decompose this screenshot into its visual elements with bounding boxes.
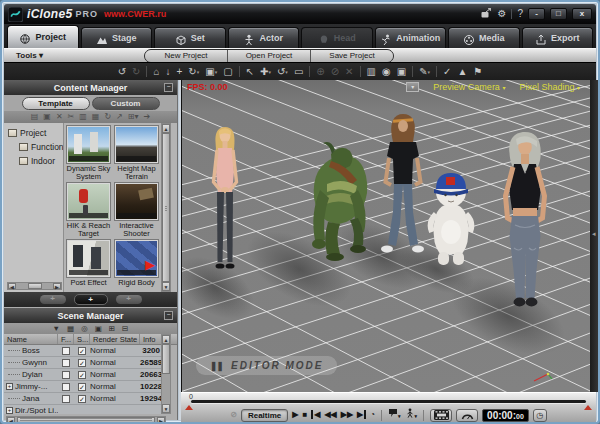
viewport-3d[interactable]: FPS: 0.00 ▾ Preview Camera ▾ Pixel Shadi… bbox=[181, 80, 590, 392]
character-toon-baby-blue-cap[interactable] bbox=[426, 166, 476, 270]
flag-marker-icon[interactable]: ⚑ bbox=[473, 66, 482, 78]
show-checkbox[interactable]: ✓ bbox=[78, 347, 86, 355]
tools-menu[interactable]: Tools ▾ bbox=[16, 51, 43, 60]
scroll-left-arrow[interactable]: ◀ bbox=[8, 283, 16, 289]
last-frame-button[interactable]: ▶ bbox=[357, 409, 366, 421]
rotate-tool-icon[interactable]: ↺▾ bbox=[277, 66, 288, 78]
maximize-button[interactable]: □ bbox=[550, 8, 567, 20]
column-header-f[interactable]: F... bbox=[58, 334, 74, 344]
template-thumbnail[interactable] bbox=[66, 125, 111, 164]
speech-bubble-icon[interactable]: ▾ bbox=[388, 408, 401, 422]
tree-item-function[interactable]: Function bbox=[4, 140, 63, 154]
focus-view-icon[interactable]: ▣ bbox=[397, 66, 406, 78]
apply-previous-button[interactable]: + bbox=[40, 295, 66, 304]
tab-stage[interactable]: Stage bbox=[81, 27, 153, 48]
detach-tool-icon[interactable]: ✕ bbox=[345, 66, 353, 78]
tab-animation[interactable]: Animation bbox=[375, 27, 447, 48]
view-mode-icon[interactable]: ⊞▾ bbox=[128, 112, 139, 122]
right-panel-splitter[interactable]: ◂ bbox=[590, 80, 600, 392]
marquee-select-icon[interactable]: ▢ bbox=[223, 66, 232, 78]
scene-v-scrollbar[interactable]: ▲ ▼ bbox=[161, 334, 171, 414]
template-thumbnail[interactable] bbox=[114, 182, 159, 221]
scene-row-gwynn[interactable]: Gwynn✓Normal26589 bbox=[4, 357, 162, 369]
open-project-button[interactable]: Open Project bbox=[228, 50, 311, 62]
scroll-thumb[interactable] bbox=[162, 133, 170, 282]
export-content-icon[interactable]: ➔ bbox=[144, 112, 151, 122]
stop-button[interactable]: ■ bbox=[302, 409, 307, 421]
snap-check-icon[interactable]: ✓ bbox=[443, 66, 451, 78]
template-thumbnail[interactable] bbox=[66, 239, 111, 278]
tree-item-indoor[interactable]: Indoor bbox=[4, 154, 63, 168]
apply-content-button[interactable]: + bbox=[74, 294, 108, 305]
pick-tool-icon[interactable]: ↖ bbox=[246, 66, 254, 78]
scene-manager-header[interactable]: Scene Manager − bbox=[4, 308, 177, 323]
redo-icon[interactable]: ↻ bbox=[132, 66, 140, 78]
show-checkbox[interactable]: ✓ bbox=[78, 383, 86, 391]
camera-view-icon[interactable]: ◉ bbox=[382, 66, 391, 78]
tab-set[interactable]: Set bbox=[154, 27, 226, 48]
expand-toggle[interactable]: + bbox=[6, 407, 13, 414]
shading-selector[interactable]: Pixel Shading ▾ bbox=[519, 82, 580, 92]
paste-icon[interactable]: ▦ bbox=[92, 112, 100, 122]
freeze-checkbox[interactable] bbox=[62, 371, 70, 379]
tree-item-project[interactable]: Project bbox=[4, 126, 63, 140]
tab-export[interactable]: Export bbox=[522, 27, 594, 48]
content-manager-header[interactable]: Content Manager − bbox=[4, 80, 177, 95]
show-checkbox[interactable]: ✓ bbox=[78, 359, 86, 367]
camera-selector[interactable]: Preview Camera ▾ bbox=[433, 82, 505, 92]
launchpad-icon[interactable] bbox=[480, 7, 492, 21]
link-tool-icon[interactable]: ⊕ bbox=[316, 66, 324, 78]
new-folder-icon[interactable]: ▤ bbox=[31, 112, 39, 122]
clock-toggle-button[interactable]: ◷ bbox=[533, 409, 547, 422]
performance-gauge-button[interactable] bbox=[456, 409, 478, 422]
scroll-down-arrow[interactable]: ▼ bbox=[162, 282, 170, 291]
column-header-s[interactable]: S... bbox=[74, 334, 90, 344]
delete-item-icon[interactable]: ▣ bbox=[43, 112, 51, 122]
scroll-thumb[interactable] bbox=[162, 344, 170, 374]
scale-tool-icon[interactable]: ▭ bbox=[294, 66, 303, 78]
freeze-checkbox[interactable] bbox=[62, 347, 70, 355]
template-item[interactable]: Dynamic Sky System bbox=[66, 125, 111, 181]
scene-row-jimmy[interactable]: +Jimmy-...✓Normal10228 bbox=[4, 381, 162, 393]
render-movie-button[interactable] bbox=[430, 409, 452, 422]
column-header-render-state[interactable]: Render State bbox=[90, 334, 140, 344]
scene-row-boss[interactable]: Boss✓Normal3200 bbox=[4, 345, 162, 357]
move-tool-icon[interactable]: ✚▾ bbox=[260, 66, 271, 78]
show-checkbox[interactable]: ✓ bbox=[78, 395, 86, 403]
scroll-thumb[interactable] bbox=[17, 417, 155, 423]
scene-row-dylan[interactable]: Dylan✓Normal20663 bbox=[4, 369, 162, 381]
search-icon[interactable]: ◎ bbox=[81, 324, 88, 333]
template-item[interactable]: Height Map Terrain bbox=[114, 125, 159, 181]
freeze-checkbox[interactable] bbox=[62, 395, 70, 403]
save-project-button[interactable]: Save Project bbox=[311, 50, 393, 62]
minimize-button[interactable]: - bbox=[528, 8, 545, 20]
scroll-left-arrow[interactable]: ◀ bbox=[7, 417, 15, 423]
prop-filter-icon[interactable]: ▣ bbox=[95, 324, 102, 333]
tab-project[interactable]: Project bbox=[7, 25, 79, 48]
content-manager-collapse-button[interactable]: − bbox=[164, 83, 173, 92]
brush-tool-icon[interactable]: ✎▾ bbox=[419, 66, 430, 78]
help-button[interactable]: ? bbox=[517, 9, 523, 19]
scene-row-jana[interactable]: Jana✓Normal19294 bbox=[4, 393, 162, 405]
home-view-icon[interactable]: ⌂ bbox=[153, 66, 159, 78]
move-to-origin-icon[interactable]: + bbox=[177, 66, 183, 78]
cut-icon[interactable]: ✂ bbox=[68, 112, 75, 122]
share-content-icon[interactable]: ↗ bbox=[116, 112, 123, 122]
expand-toggle[interactable]: + bbox=[6, 383, 13, 390]
rename-item-icon[interactable]: ✕ bbox=[56, 112, 63, 122]
tab-actor[interactable]: Actor bbox=[228, 27, 300, 48]
show-checkbox[interactable]: ✓ bbox=[78, 371, 86, 379]
motion-person-icon[interactable]: ▾ bbox=[405, 408, 418, 422]
avatar-filter-icon[interactable]: ▦ bbox=[67, 324, 74, 333]
rotate-reset-icon[interactable]: ↻▾ bbox=[188, 66, 199, 78]
content-scrollbar[interactable]: ▲ ▼ bbox=[161, 123, 171, 292]
scroll-up-arrow[interactable]: ▲ bbox=[162, 124, 170, 133]
content-tab-custom[interactable]: Custom bbox=[92, 97, 160, 110]
import-content-icon[interactable]: ↓ bbox=[166, 66, 171, 78]
rewind-button[interactable]: ◀◀ bbox=[324, 409, 336, 421]
first-frame-button[interactable]: ◀ bbox=[311, 409, 320, 421]
character-green-ogre[interactable] bbox=[294, 136, 378, 268]
unlink-tool-icon[interactable]: ⊘ bbox=[331, 66, 339, 78]
template-item[interactable]: Post Effect bbox=[66, 239, 111, 294]
scroll-up-arrow[interactable]: ▲ bbox=[162, 335, 170, 344]
